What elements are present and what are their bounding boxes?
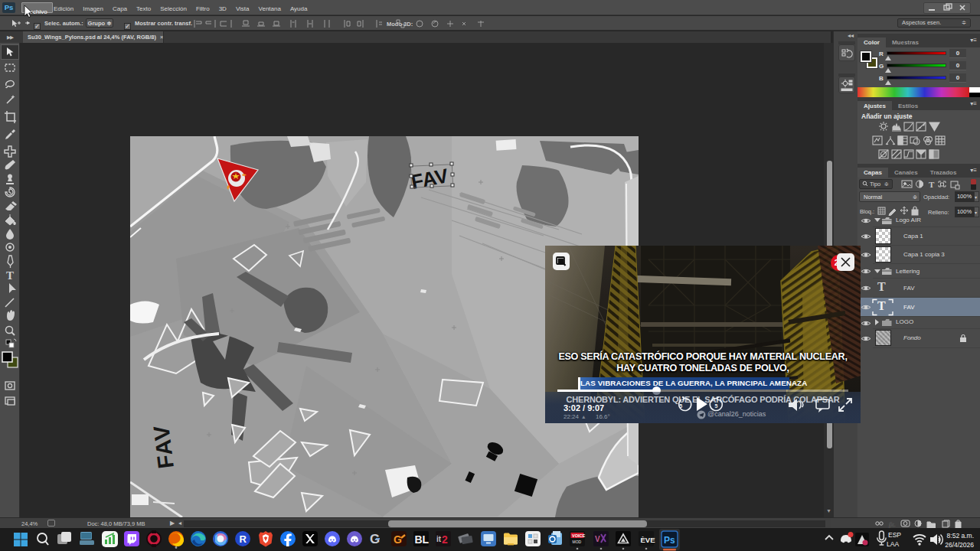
svg-text:T: T bbox=[6, 269, 14, 282]
svg-text:ÈVE: ÈVE bbox=[641, 536, 655, 544]
svg-text:26/4/2026: 26/4/2026 bbox=[945, 541, 974, 549]
svg-text:8:52 a.m.: 8:52 a.m. bbox=[947, 532, 974, 540]
svg-text:Ps: Ps bbox=[664, 535, 675, 546]
svg-text:5: 5 bbox=[715, 403, 718, 409]
svg-text:Modo 3D:: Modo 3D: bbox=[387, 21, 413, 28]
svg-text:fx.: fx. bbox=[889, 520, 896, 528]
svg-text:it: it bbox=[436, 535, 442, 543]
svg-text:5: 5 bbox=[679, 403, 682, 409]
svg-text:R: R bbox=[240, 533, 247, 545]
svg-text:V: V bbox=[595, 535, 600, 543]
svg-text:G: G bbox=[394, 533, 402, 546]
svg-text:ESP: ESP bbox=[888, 531, 901, 539]
svg-text:BL: BL bbox=[415, 533, 430, 546]
svg-text:LAA: LAA bbox=[887, 540, 899, 548]
svg-text:VOICE: VOICE bbox=[572, 533, 585, 538]
svg-text:MOD: MOD bbox=[573, 540, 582, 544]
svg-text:2: 2 bbox=[442, 533, 448, 546]
svg-text:T: T bbox=[929, 180, 935, 189]
